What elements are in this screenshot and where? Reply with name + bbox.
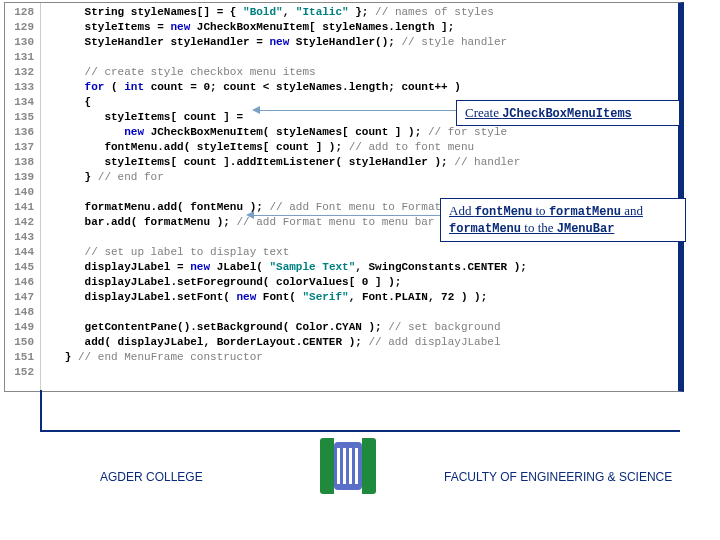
footer-right: FACULTY OF ENGINEERING & SCIENCE — [444, 470, 672, 484]
code-line: add( displayJLabel, BorderLayout.CENTER … — [45, 335, 678, 350]
code-line: styleItems = new JCheckBoxMenuItem[ styl… — [45, 20, 678, 35]
line-number: 149 — [5, 320, 40, 335]
c2-m4: JMenuBar — [557, 222, 615, 236]
line-number: 145 — [5, 260, 40, 275]
code-line: styleItems[ count ].addItemListener( sty… — [45, 155, 678, 170]
line-number: 133 — [5, 80, 40, 95]
code-line: getContentPane().setBackground( Color.CY… — [45, 320, 678, 335]
code-line: fontMenu.add( styleItems[ count ] ); // … — [45, 140, 678, 155]
line-number: 131 — [5, 50, 40, 65]
code-line: String styleNames[] = { "Bold", "Italic"… — [45, 5, 678, 20]
line-gutter: 1281291301311321331341351361371381391401… — [5, 3, 41, 391]
line-number: 135 — [5, 110, 40, 125]
line-number: 147 — [5, 290, 40, 305]
code-line — [45, 50, 678, 65]
line-number: 150 — [5, 335, 40, 350]
callout1-mono: JCheckBoxMenuItems — [502, 107, 632, 121]
c2-m2: formatMenu — [549, 205, 621, 219]
code-line — [45, 365, 678, 380]
callout-add-menus: Add fontMenu to formatMenu and formatMen… — [440, 198, 686, 242]
line-number: 128 — [5, 5, 40, 20]
line-number: 141 — [5, 200, 40, 215]
code-editor: 1281291301311321331341351361371381391401… — [4, 2, 684, 392]
c2-w1: Add — [449, 203, 475, 218]
line-number: 132 — [5, 65, 40, 80]
code-line: // create style checkbox menu items — [45, 65, 678, 80]
line-number: 129 — [5, 20, 40, 35]
code-line: for ( int count = 0; count < styleNames.… — [45, 80, 678, 95]
code-line: displayJLabel = new JLabel( "Sample Text… — [45, 260, 678, 275]
line-number: 140 — [5, 185, 40, 200]
line-number: 134 — [5, 95, 40, 110]
c2-w4: to the — [521, 220, 557, 235]
line-number: 151 — [5, 350, 40, 365]
c2-m3: formatMenu — [449, 222, 521, 236]
c2-w3: and — [621, 203, 643, 218]
line-number: 137 — [5, 140, 40, 155]
code-line: } // end MenuFrame constructor — [45, 350, 678, 365]
line-number: 146 — [5, 275, 40, 290]
code-line: displayJLabel.setForeground( colorValues… — [45, 275, 678, 290]
line-number: 144 — [5, 245, 40, 260]
college-logo — [320, 438, 376, 494]
code-line: StyleHandler styleHandler = new StyleHan… — [45, 35, 678, 50]
line-number: 148 — [5, 305, 40, 320]
line-number: 152 — [5, 365, 40, 380]
code-line: displayJLabel.setFont( new Font( "Serif"… — [45, 290, 678, 305]
footer-rule — [40, 430, 680, 432]
line-number: 138 — [5, 155, 40, 170]
line-number: 143 — [5, 230, 40, 245]
line-number: 130 — [5, 35, 40, 50]
code-body: String styleNames[] = { "Bold", "Italic"… — [41, 3, 678, 391]
code-line — [45, 305, 678, 320]
footer-stem — [40, 390, 42, 430]
footer-left: AGDER COLLEGE — [100, 470, 203, 484]
callout1-text: Create — [465, 105, 502, 120]
code-line: // set up label to display text — [45, 245, 678, 260]
line-number: 142 — [5, 215, 40, 230]
callout-arrow-2 — [250, 215, 440, 216]
callout-create-items: Create JCheckBoxMenuItems — [456, 100, 680, 126]
c2-w2: to — [532, 203, 549, 218]
callout-arrow-1 — [256, 110, 456, 111]
line-number: 136 — [5, 125, 40, 140]
c2-m1: fontMenu — [475, 205, 533, 219]
code-line: } // end for — [45, 170, 678, 185]
code-line: new JCheckBoxMenuItem( styleNames[ count… — [45, 125, 678, 140]
line-number: 139 — [5, 170, 40, 185]
